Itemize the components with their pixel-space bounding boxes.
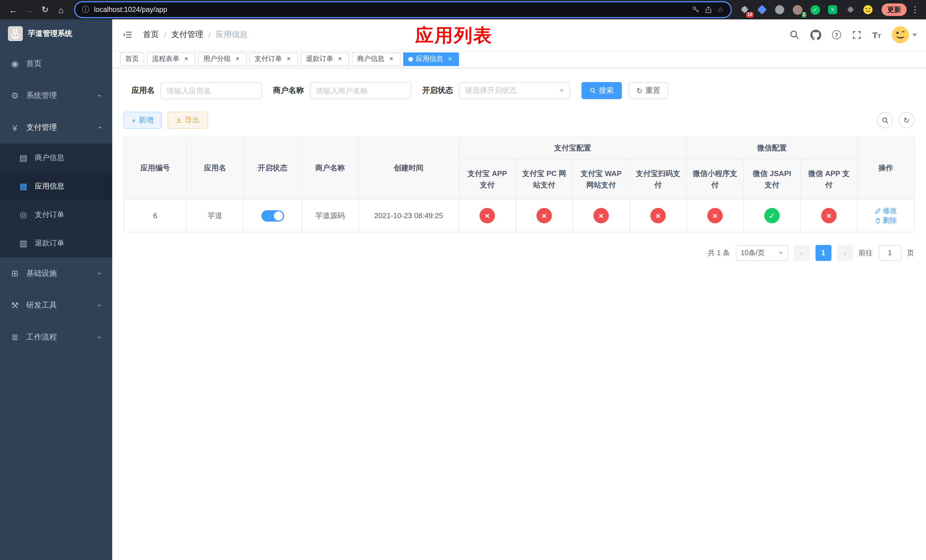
extension-puzzle-dark-icon[interactable] <box>843 3 857 17</box>
status-select[interactable]: 请选择开启状态 <box>459 82 570 99</box>
cell-wechat-app: × <box>800 199 857 232</box>
sidebar-item-infrastructure[interactable]: ⊞ 基础设施 › <box>0 257 112 289</box>
share-icon[interactable] <box>705 6 713 14</box>
extensions-puzzle-icon[interactable]: 10 <box>737 3 751 17</box>
sidebar-item-dev-tools[interactable]: ⚒ 研发工具 › <box>0 289 112 321</box>
cell-alipay-qr: × <box>629 199 687 232</box>
workflow-icon: ≣ <box>10 332 20 342</box>
group-header-wechat: 微信配置 <box>687 137 857 159</box>
page-1-button[interactable]: 1 <box>815 245 831 261</box>
add-button[interactable]: + 新增 <box>124 112 162 129</box>
sidebar-item-refund-order[interactable]: ▥ 退款订单 <box>0 229 112 257</box>
sidebar-toggle-icon[interactable] <box>121 29 134 41</box>
extension-avatar-icon[interactable]: 1 <box>790 3 804 17</box>
cell-actions: 修改 删除 <box>857 199 914 232</box>
page-content: 应用名 商户名称 开启状态 请选择开启状态 <box>112 68 926 560</box>
chevron-up-icon: › <box>96 125 104 130</box>
back-button[interactable]: ← <box>6 2 21 17</box>
site-info-icon[interactable]: ⓘ <box>82 5 89 15</box>
help-icon[interactable]: ? <box>832 30 841 39</box>
sidebar-item-app-info[interactable]: ▦ 应用信息 <box>0 172 112 201</box>
close-icon[interactable]: × <box>285 55 293 63</box>
delete-button[interactable]: 删除 <box>875 216 897 225</box>
col-header-alipay-wap: 支付宝 WAP 网站支付 <box>573 159 629 199</box>
home-button[interactable]: ⌂ <box>53 2 68 17</box>
pagination: 共 1 条 10条/页 ‹ 1 › 前往 页 <box>124 245 914 261</box>
main-area: 首页 / 支付管理 / 应用信息 应用列表 ? <box>112 20 926 560</box>
extension-globe-icon[interactable] <box>773 3 787 17</box>
sidebar-item-payment[interactable]: ¥ 支付管理 › <box>0 112 112 144</box>
extensions-cluster: 10 1 ✓ ≡ <box>737 3 875 17</box>
prev-page-button[interactable]: ‹ <box>794 245 809 261</box>
payment-status-icon: × <box>536 208 552 223</box>
github-icon[interactable] <box>810 29 821 40</box>
goto-page-input[interactable] <box>878 245 901 261</box>
font-size-icon[interactable]: TT <box>872 30 881 39</box>
edit-button[interactable]: 修改 <box>875 206 897 216</box>
refund-order-icon: ▥ <box>18 238 29 248</box>
sidebar-item-merchant-info[interactable]: ▤ 商户信息 <box>0 144 112 172</box>
col-header-create-time: 创建时间 <box>359 137 459 199</box>
extension-face-icon[interactable] <box>861 3 875 17</box>
next-page-button[interactable]: › <box>837 245 853 261</box>
tab-label: 首页 <box>125 54 139 64</box>
tab-pay-order[interactable]: 支付订单 × <box>250 52 298 66</box>
export-button[interactable]: 导出 <box>167 112 207 129</box>
payment-status-icon: × <box>707 208 723 223</box>
sidebar-item-label: 研发工具 <box>26 300 91 310</box>
breadcrumb-payment[interactable]: 支付管理 <box>171 30 203 40</box>
status-toggle[interactable] <box>261 210 284 221</box>
toggle-search-button[interactable] <box>877 112 893 128</box>
col-header-alipay-qr: 支付宝扫码支付 <box>629 159 687 199</box>
breadcrumb-home[interactable]: 首页 <box>143 30 159 40</box>
status-label: 开启状态 <box>422 85 453 96</box>
user-avatar[interactable] <box>892 26 917 43</box>
tab-label: 商户信息 <box>357 54 384 64</box>
sidebar-item-label: 应用信息 <box>35 181 103 191</box>
toolbar: + 新增 导出 ↻ <box>124 112 915 129</box>
cell-status <box>244 199 301 232</box>
extension-wechat-icon[interactable]: ✓ <box>808 3 822 17</box>
sidebar-item-pay-order[interactable]: ◎ 支付订单 <box>0 201 112 229</box>
yen-icon: ¥ <box>10 123 20 132</box>
page-size-select[interactable]: 10条/页 <box>735 245 788 261</box>
extension-diamond-icon[interactable] <box>755 3 769 17</box>
search-icon[interactable] <box>789 30 799 40</box>
password-key-icon[interactable] <box>692 6 700 14</box>
browser-menu-icon[interactable]: ⋮ <box>910 5 920 15</box>
reset-button[interactable]: ↻ 重置 <box>628 82 668 99</box>
tab-app-info[interactable]: 应用信息 × <box>403 52 459 66</box>
sidebar-item-workflow[interactable]: ≣ 工作流程 › <box>0 321 112 353</box>
close-icon[interactable]: × <box>387 55 395 63</box>
sidebar-logo: 芋道管理系统 <box>0 20 112 48</box>
close-icon[interactable]: × <box>446 55 454 63</box>
merchant-name-input[interactable] <box>310 82 411 99</box>
tab-refund-order[interactable]: 退款订单 × <box>301 52 349 66</box>
tab-user-group[interactable]: 用户分组 × <box>198 52 247 66</box>
browser-chrome: ← → ↻ ⌂ ⓘ localhost:1024/pay/app ☆ 10 <box>0 0 926 20</box>
refresh-table-button[interactable]: ↻ <box>899 112 915 128</box>
top-navbar: 首页 / 支付管理 / 应用信息 应用列表 ? <box>112 20 926 50</box>
cell-wechat-mini: × <box>687 199 743 232</box>
sidebar-item-home[interactable]: ◉ 首页 <box>0 48 112 80</box>
address-bar[interactable]: ⓘ localhost:1024/pay/app ☆ <box>75 2 731 17</box>
payment-status-icon: × <box>593 208 609 223</box>
tags-view: 首页 流程表单 × 用户分组 × 支付订单 × 退款订单 × <box>112 50 926 68</box>
bookmark-star-icon[interactable]: ☆ <box>717 5 724 14</box>
close-icon[interactable]: × <box>336 55 344 63</box>
sidebar-item-system[interactable]: ⚙ 系统管理 › <box>0 80 112 112</box>
close-icon[interactable]: × <box>182 55 190 63</box>
browser-update-button[interactable]: 更新 <box>882 3 906 16</box>
reload-button[interactable]: ↻ <box>38 2 52 17</box>
close-icon[interactable]: × <box>233 55 242 63</box>
extension-notes-icon[interactable]: ≡ <box>826 3 840 17</box>
col-header-app-id: 应用编号 <box>124 137 186 199</box>
forward-button[interactable]: → <box>22 2 36 17</box>
chevron-down-icon <box>559 89 563 92</box>
tab-merchant-info[interactable]: 商户信息 × <box>352 52 400 66</box>
app-name-input[interactable] <box>160 82 262 99</box>
tab-home[interactable]: 首页 <box>120 52 144 66</box>
fullscreen-icon[interactable] <box>852 30 861 39</box>
tab-process-form[interactable]: 流程表单 × <box>147 52 195 66</box>
search-button[interactable]: 搜索 <box>581 82 622 99</box>
